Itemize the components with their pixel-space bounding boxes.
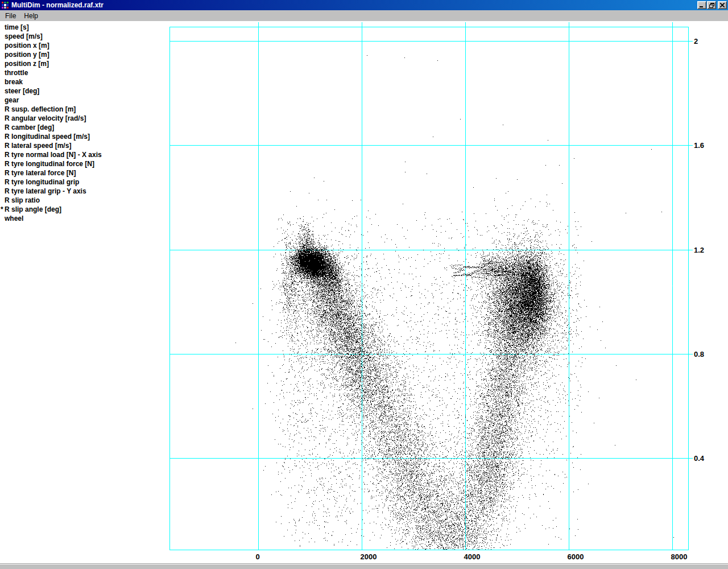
channel-label: R tyre normal load [N] - X axis [5,151,102,159]
status-bar [0,563,728,569]
channel-item[interactable]: break [0,78,165,87]
menu-help[interactable]: Help [20,11,42,20]
app-icon[interactable] [1,1,9,9]
menu-bar: File Help [0,10,728,21]
channel-item[interactable]: R angular velocity [rad/s] [0,114,165,123]
channel-item[interactable]: position z [m] [0,60,165,69]
channel-item[interactable]: R tyre longitudinal grip [0,178,165,187]
channel-item[interactable]: *R slip angle [deg] [0,205,165,215]
y-tick-label: 2 [694,37,698,46]
x-tick-label: 0 [255,552,259,561]
channel-label: speed [m/s] [5,32,43,40]
y-tick-label: 0.8 [694,350,704,358]
x-tick-label: 2000 [361,552,377,561]
channel-label: wheel [5,215,23,222]
channel-label: R longitudinal speed [m/s] [5,133,90,141]
channel-label: R tyre lateral force [N] [5,169,76,177]
channel-list: time [s]speed [m/s]position x [m]positio… [0,23,165,224]
window-title: MultiDim - normalized.raf.xtr [11,1,104,9]
channel-label: position y [m] [5,51,49,59]
channel-item[interactable]: R tyre lateral force [N] [0,169,165,178]
channel-label: R susp. deflection [m] [5,105,76,113]
channel-item[interactable]: R slip ratio [0,196,165,205]
minimize-button-icon[interactable] [697,1,706,9]
channel-label: R slip ratio [5,196,40,204]
channel-item[interactable]: R tyre normal load [N] - X axis [0,151,165,160]
channel-label: R slip angle [deg] [5,205,61,213]
app-window: MultiDim - normalized.raf.xtr File Help [0,0,728,569]
scatter-plot-canvas[interactable] [165,22,693,550]
channel-item[interactable]: time [s] [0,23,165,32]
channel-item[interactable]: throttle [0,69,165,78]
menu-file[interactable]: File [1,11,20,20]
channel-label: R tyre longitudinal force [N] [5,160,94,168]
close-button-icon[interactable] [718,1,727,9]
x-tick-label: 6000 [568,552,584,561]
channel-item[interactable]: speed [m/s] [0,32,165,42]
active-channel-marker: * [1,205,5,214]
channel-label: time [s] [5,23,29,31]
channel-item[interactable]: wheel [0,215,165,224]
channel-item[interactable]: R lateral speed [m/s] [0,142,165,151]
channel-item[interactable]: R tyre lateral grip - Y axis [0,187,165,196]
channel-label: R lateral speed [m/s] [5,142,71,150]
channel-label: R camber [deg] [5,123,54,131]
channel-item[interactable]: position y [m] [0,51,165,60]
x-tick-label: 8000 [671,552,688,561]
restore-button-icon[interactable] [707,1,716,9]
channel-label: gear [5,96,19,104]
window-controls [697,1,727,9]
channel-item[interactable]: R longitudinal speed [m/s] [0,133,165,142]
channel-item[interactable]: position x [m] [0,42,165,51]
channel-label: position z [m] [5,60,49,68]
channel-item[interactable]: R susp. deflection [m] [0,105,165,114]
channel-label: break [5,78,23,86]
channel-label: steer [deg] [5,87,39,95]
channel-label: R angular velocity [rad/s] [5,114,86,122]
y-tick-label: 1.6 [694,141,704,150]
y-tick-label: 0.4 [694,454,704,463]
channel-label: position x [m] [5,42,49,50]
y-tick-label: 1.2 [694,246,704,254]
channel-label: R tyre lateral grip - Y axis [5,187,86,195]
channel-item[interactable]: steer [deg] [0,87,165,96]
title-bar[interactable]: MultiDim - normalized.raf.xtr [0,0,728,10]
x-tick-label: 4000 [464,552,481,561]
channel-label: R tyre longitudinal grip [5,178,79,186]
channel-item[interactable]: R tyre longitudinal force [N] [0,160,165,169]
channel-item[interactable]: gear [0,96,165,105]
channel-label: throttle [5,69,28,77]
channel-item[interactable]: R camber [deg] [0,123,165,133]
